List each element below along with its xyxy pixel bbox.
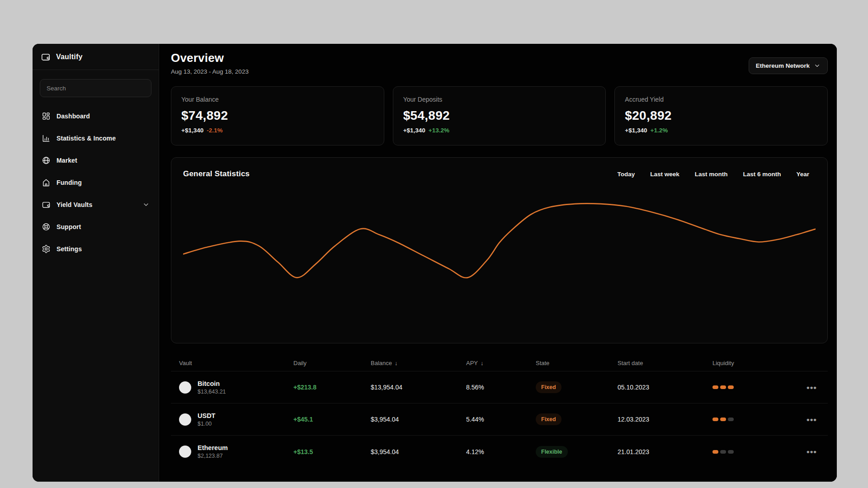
- sidebar-item-settings[interactable]: Settings: [38, 239, 153, 258]
- sidebar-item-yield-vaults[interactable]: Yield Vaults: [38, 195, 153, 214]
- vaults-table: VaultDailyBalance↓APY↓StateStart dateLiq…: [171, 355, 828, 468]
- liquidity-indicator: [712, 418, 785, 421]
- app-name: Vaultify: [56, 53, 83, 61]
- line-chart-svg: [183, 183, 816, 331]
- balance-value: $13,954.04: [371, 384, 466, 391]
- app-window: Vaultify Dashboard Statistics & Income M…: [33, 44, 837, 482]
- bar-chart-icon: [42, 134, 51, 143]
- time-filter-today[interactable]: Today: [617, 171, 635, 178]
- sidebar-item-label: Yield Vaults: [57, 201, 92, 208]
- daily-value: +$45.1: [293, 416, 371, 423]
- time-filter-group: TodayLast weekLast monthLast 6 monthYear: [617, 171, 816, 178]
- liquidity-dash: [728, 418, 734, 421]
- liquidity-indicator: [712, 385, 785, 389]
- line-chart: [183, 183, 816, 331]
- logo: Vaultify: [33, 44, 159, 70]
- column-header-apy[interactable]: APY↓: [466, 360, 536, 366]
- row-actions-button[interactable]: •••: [804, 382, 820, 393]
- sidebar-item-label: Funding: [57, 179, 82, 186]
- coin-icon: [179, 381, 191, 394]
- change-percent: +13.2%: [429, 127, 449, 134]
- change-percent: -2.1%: [207, 127, 222, 134]
- state-badge: Fixed: [536, 381, 561, 393]
- coin-icon: [179, 446, 191, 458]
- sidebar-item-label: Support: [57, 223, 81, 230]
- time-filter-last-week[interactable]: Last week: [650, 171, 679, 178]
- liquidity-dash: [720, 418, 726, 421]
- sidebar-item-dashboard[interactable]: Dashboard: [38, 106, 153, 126]
- table-header-row: VaultDailyBalance↓APY↓StateStart dateLiq…: [171, 355, 828, 371]
- sidebar-item-market[interactable]: Market: [38, 150, 153, 170]
- change-amount: +$1,340: [403, 127, 425, 134]
- lifebuoy-icon: [42, 222, 51, 231]
- column-header-start-date: Start date: [618, 360, 712, 366]
- liquidity-dash: [720, 450, 726, 454]
- sidebar-item-statistics-income[interactable]: Statistics & Income: [38, 128, 153, 148]
- network-selector-label: Ethereum Network: [756, 62, 810, 69]
- stat-cards-row: Your Balance $74,892 +$1,340 -2.1% Your …: [171, 86, 828, 145]
- balance-value: $3,954.04: [371, 448, 466, 455]
- gear-icon: [42, 244, 51, 253]
- time-filter-year[interactable]: Year: [796, 171, 809, 178]
- table-row[interactable]: Bitcoin $13,643.21 +$213.8 $13,954.04 8.…: [171, 371, 828, 404]
- column-header-daily: Daily: [293, 360, 371, 366]
- table-row[interactable]: USDT $1.00 +$45.1 $3,954.04 5.44% Fixed …: [171, 404, 828, 436]
- change-amount: +$1,340: [625, 127, 647, 134]
- daily-value: +$213.8: [293, 384, 371, 391]
- stat-card-change: +$1,340 +1.2%: [625, 127, 817, 134]
- vault-name: Bitcoin: [198, 380, 226, 387]
- stat-card-change: +$1,340 +13.2%: [403, 127, 596, 134]
- start-date-value: 21.01.2023: [618, 448, 712, 455]
- liquidity-dash: [720, 385, 726, 389]
- daily-value: +$13.5: [293, 448, 371, 455]
- liquidity-dash: [712, 385, 718, 389]
- time-filter-last-month[interactable]: Last month: [695, 171, 728, 178]
- stat-card-value: $20,892: [625, 108, 817, 123]
- apy-value: 8.56%: [466, 384, 536, 391]
- sidebar: Vaultify Dashboard Statistics & Income M…: [33, 44, 159, 482]
- sidebar-item-label: Settings: [57, 245, 82, 253]
- globe-icon: [42, 156, 51, 165]
- start-date-value: 12.03.2023: [618, 416, 712, 423]
- sort-descending-icon: ↓: [481, 360, 484, 366]
- sidebar-item-support[interactable]: Support: [38, 217, 153, 236]
- liquidity-dash: [728, 385, 734, 389]
- general-statistics-panel: General Statistics TodayLast weekLast mo…: [171, 157, 828, 343]
- chevron-down-icon: [814, 62, 821, 69]
- column-header-balance[interactable]: Balance↓: [371, 360, 466, 366]
- search-input[interactable]: [40, 79, 151, 97]
- apy-value: 4.12%: [466, 448, 536, 455]
- sidebar-item-funding[interactable]: Funding: [38, 173, 153, 192]
- main-content: Overview Aug 13, 2023 - Aug 18, 2023 Eth…: [159, 44, 837, 482]
- change-amount: +$1,340: [181, 127, 203, 134]
- vault-price: $2,123.87: [198, 453, 228, 459]
- stat-card-label: Your Balance: [181, 96, 374, 103]
- vault-name: USDT: [198, 412, 215, 419]
- date-range: Aug 13, 2023 - Aug 18, 2023: [171, 68, 249, 75]
- column-header-state: State: [536, 360, 618, 366]
- liquidity-dash: [712, 418, 718, 421]
- liquidity-dash: [712, 450, 718, 454]
- panel-title: General Statistics: [183, 169, 250, 178]
- row-actions-button[interactable]: •••: [804, 446, 820, 457]
- table-row[interactable]: Ethereum $2,123.87 +$13.5 $3,954.04 4.12…: [171, 436, 828, 468]
- sidebar-nav: Dashboard Statistics & Income Market Fun…: [33, 103, 159, 261]
- row-actions-button[interactable]: •••: [804, 414, 820, 425]
- column-header-liquidity: Liquidity: [712, 360, 785, 366]
- sidebar-item-label: Statistics & Income: [57, 135, 116, 142]
- start-date-value: 05.10.2023: [618, 384, 712, 391]
- liquidity-indicator: [712, 450, 785, 454]
- wallet-logo-icon: [41, 52, 51, 62]
- stat-card: Your Balance $74,892 +$1,340 -2.1%: [171, 86, 384, 145]
- wallet-icon: [42, 200, 51, 209]
- vault-price: $1.00: [198, 421, 215, 427]
- time-filter-last-6-month[interactable]: Last 6 month: [743, 171, 781, 178]
- stat-card-value: $54,892: [403, 108, 596, 123]
- apy-value: 5.44%: [466, 416, 536, 423]
- network-selector-button[interactable]: Ethereum Network: [749, 57, 828, 74]
- page-title: Overview: [171, 51, 249, 65]
- chevron-down-icon: [142, 201, 150, 208]
- state-badge: Fixed: [536, 413, 561, 425]
- column-header-vault: Vault: [179, 360, 293, 366]
- stat-card: Your Deposits $54,892 +$1,340 +13.2%: [393, 86, 606, 145]
